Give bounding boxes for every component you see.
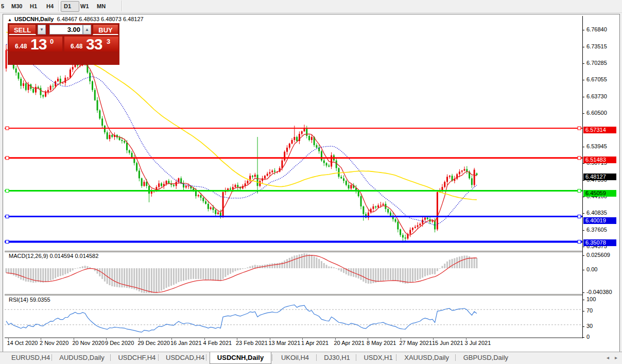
mt4-application: 5M30H1H4D1W1MN ▲USDCNH,Daily 6.48467 6.4…: [0, 0, 622, 364]
buy-price-big: 33: [86, 37, 102, 51]
price-axis-label: 6.67055: [586, 76, 607, 82]
chart-window: ▲USDCNH,Daily 6.48467 6.48633 6.48073 6.…: [3, 14, 620, 352]
sell-price-display[interactable]: 6.48 13 0: [9, 37, 62, 51]
tab-separator: [51, 354, 52, 361]
lot-increase-button[interactable]: ▲: [83, 25, 91, 34]
price-axis-tick: [583, 247, 584, 247]
line-handle: [578, 157, 581, 160]
line-handle: [578, 240, 581, 244]
timeframe-button-h1[interactable]: H1: [27, 1, 45, 12]
macd-scale-label: 0.00: [586, 266, 597, 272]
price-axis-tick: [583, 230, 584, 231]
chart-tab-ukoil[interactable]: UKOil,H4: [275, 352, 314, 363]
chart-tab-eurusd[interactable]: EURUSD,H4: [7, 352, 50, 363]
rsi-scale-tick: [583, 300, 584, 300]
date-label: 29 Dec 2020: [138, 340, 170, 346]
rsi-scale-label: 0: [586, 334, 590, 340]
price-axis-tick: [583, 180, 584, 181]
date-tick: [270, 338, 270, 340]
date-label: 16 Jan 2021: [170, 340, 202, 346]
chart-tab-usdcnh[interactable]: USDCNH,Daily: [210, 352, 272, 364]
date-tick: [237, 338, 237, 340]
line-handle: [6, 127, 9, 130]
timeframe-button-w1[interactable]: W1: [77, 1, 96, 12]
date-label: 20 Apr 2021: [334, 340, 365, 346]
price-axis-tick: [583, 63, 584, 64]
buy-button[interactable]: BUY: [93, 24, 118, 35]
rsi-label: RSI(14) 59.0355: [9, 297, 50, 303]
chart-tab-xauusd[interactable]: XAUUSD,Daily: [400, 352, 454, 363]
buy-price-sup: 3: [107, 38, 110, 45]
price-badge: 6.48127: [583, 174, 616, 180]
date-tick: [171, 338, 172, 340]
timeframe-toolbar: 5M30H1H4D1W1MN: [0, 0, 622, 13]
date-label: 9 Dec 2020: [105, 340, 134, 346]
price-axis-label: 6.53945: [586, 143, 607, 149]
rsi-scale-label: 70: [586, 307, 593, 314]
date-tick: [74, 338, 74, 340]
price-axis-label: 6.70285: [586, 60, 607, 66]
sell-price-small: 6.48: [15, 43, 27, 50]
chart-tab-usdcad[interactable]: USDCAD,H4: [162, 352, 204, 363]
chart-tab-dj30[interactable]: DJ30,H1: [320, 352, 355, 363]
line-handle: [6, 215, 9, 218]
price-badge: 6.51483: [583, 157, 616, 163]
macd-scale-tick: [583, 270, 584, 270]
date-tick: [368, 338, 368, 340]
timeframe-button-mn[interactable]: MN: [94, 1, 113, 12]
chart-tab-usdchf[interactable]: USDCHF,H4: [114, 352, 157, 363]
lot-decrease-button[interactable]: ▼: [38, 25, 46, 34]
date-label: 20 Nov 2020: [73, 340, 105, 346]
chart-tab-usdx[interactable]: USDX,H1: [359, 352, 394, 363]
date-tick: [433, 338, 434, 340]
date-tick: [302, 338, 303, 340]
date-label: 23 Feb 2021: [236, 340, 268, 346]
price-axis-label: 6.40835: [586, 210, 607, 216]
price-axis-tick: [583, 30, 584, 30]
tab-separator: [272, 354, 272, 361]
price-axis-label: 6.76840: [586, 26, 607, 32]
price-axis-tick: [583, 147, 584, 147]
price-axis-tick: [583, 163, 584, 164]
tab-separator: [110, 354, 111, 361]
price-axis-tick: [583, 97, 584, 97]
price-axis-tick: [583, 113, 584, 114]
date-label: 8 May 2021: [367, 340, 396, 346]
macd-scale-label: 0.025609: [586, 252, 610, 258]
chart-tab-gbpusd[interactable]: GBPUSD,Daily: [459, 352, 513, 363]
tabs-scroll-left-icon[interactable]: ◂: [607, 355, 609, 360]
price-axis[interactable]: 6.768406.735156.702856.670556.637306.605…: [582, 16, 618, 338]
buy-price-display[interactable]: 6.48 33 3: [64, 37, 118, 51]
date-tick: [335, 338, 336, 340]
macd-label: MACD(12,26,9) 0.014594 0.014582: [9, 253, 98, 259]
rsi-indicator-plot[interactable]: [5, 296, 582, 337]
price-axis-tick: [583, 197, 584, 197]
date-label: 13 Mar 2021: [269, 340, 301, 346]
macd-scale-label: -0.040380: [586, 289, 612, 295]
moving-average-20: [6, 44, 477, 226]
rsi-scale-tick: [583, 337, 584, 338]
tab-separator: [158, 354, 159, 361]
chart-tab-audusd[interactable]: AUDUSD,Daily: [55, 352, 109, 363]
buy-price-small: 6.48: [71, 43, 82, 50]
date-tick: [466, 338, 466, 340]
tab-separator: [455, 354, 456, 361]
date-label: 1 Apr 2021: [301, 340, 329, 346]
price-axis-label: 6.37605: [586, 227, 607, 233]
rsi-scale-tick: [583, 326, 584, 327]
rsi-scale-tick: [583, 311, 584, 311]
line-handle: [6, 157, 9, 160]
price-badge: 6.57314: [583, 127, 616, 133]
tabs-scroll-right-icon[interactable]: ▸: [615, 355, 617, 360]
date-label: 3 Jul 2021: [465, 340, 491, 346]
macd-signal-line: [6, 255, 477, 292]
line-handle: [6, 189, 9, 193]
macd-scale-tick: [583, 292, 584, 293]
price-axis-label: 6.73515: [586, 43, 607, 49]
line-handle: [578, 127, 581, 130]
timeframe-button-d1[interactable]: D1: [61, 1, 79, 12]
date-tick: [401, 338, 401, 340]
sell-button[interactable]: SELL: [9, 24, 36, 35]
lot-size-input[interactable]: 3.00: [49, 25, 83, 34]
sell-price-sup: 0: [50, 38, 54, 45]
